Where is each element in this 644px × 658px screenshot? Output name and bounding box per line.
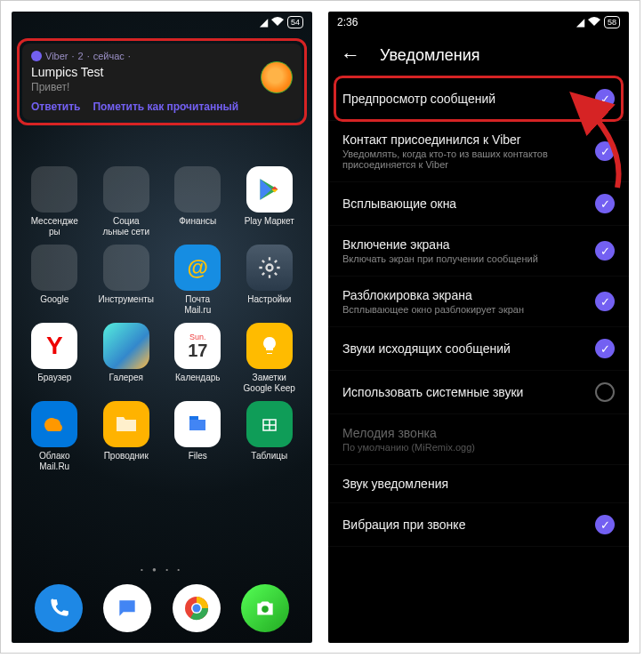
setting-row: Мелодия звонкаПо умолчанию (MiRemix.ogg) (328, 414, 629, 465)
app-grid: Мессендже ры Социа льные сети Финансы Pl… (12, 131, 312, 472)
folder-finance[interactable]: Финансы (164, 166, 232, 237)
dock-camera[interactable] (241, 584, 289, 632)
checkbox-on-icon[interactable]: ✓ (595, 194, 615, 213)
dock-chrome[interactable] (173, 584, 221, 632)
checkbox-on-icon[interactable]: ✓ (595, 292, 615, 311)
notification-card[interactable]: Viber · 2 · сейчас · Lumpics Test Привет… (22, 44, 302, 120)
setting-label: Использовать системные звуки (342, 385, 588, 399)
dock-phone[interactable] (35, 584, 83, 632)
app-explorer[interactable]: Проводник (93, 401, 161, 472)
setting-label: Вибрация при звонке (342, 518, 588, 532)
signal-icon: ◢ (260, 16, 268, 28)
battery-indicator: 54 (287, 16, 303, 28)
app-mailru[interactable]: @ Почта Mail.ru (164, 245, 232, 316)
back-button[interactable]: ← (341, 44, 360, 67)
setting-label: Включение экрана (342, 237, 588, 252)
page-indicator: • ● • • (12, 566, 312, 574)
app-google-keep[interactable]: Заметки Google Keep (236, 323, 304, 394)
notif-sender: Lumpics Test (31, 65, 293, 79)
setting-subtitle: По умолчанию (MiRemix.ogg) (342, 442, 565, 453)
notif-time: сейчас (93, 51, 125, 61)
settings-screen: 2:36 ◢ 58 ← Уведомления Предпросмотр соо… (328, 12, 629, 643)
setting-row[interactable]: Разблокировка экранаВсплывающее окно раз… (328, 277, 629, 327)
setting-row[interactable]: Контакт присоединился к ViberУведомлять,… (328, 121, 629, 182)
setting-label: Разблокировка экрана (342, 288, 588, 302)
app-sheets[interactable]: Таблицы (236, 401, 304, 472)
wifi-icon (271, 16, 284, 28)
notification-highlight: Viber · 2 · сейчас · Lumpics Test Привет… (17, 38, 307, 125)
setting-label: Мелодия звонка (342, 426, 608, 440)
checkbox-on-icon[interactable]: ✓ (595, 515, 615, 534)
setting-label: Звуки исходящих сообщений (342, 341, 588, 356)
app-files[interactable]: Files (164, 401, 232, 472)
wifi-icon (588, 16, 600, 28)
folder-social[interactable]: Социа льные сети (93, 166, 161, 237)
setting-subtitle: Уведомлять, когда кто-то из ваших контак… (342, 148, 565, 170)
settings-header: ← Уведомления (328, 33, 629, 77)
clock: 2:36 (337, 16, 358, 28)
checkbox-off-icon[interactable] (595, 382, 615, 402)
notif-count: 2 (78, 51, 84, 61)
setting-label: Контакт присоединился к Viber (342, 132, 588, 147)
svg-point-0 (266, 265, 272, 271)
svg-rect-1 (189, 416, 198, 420)
notif-message: Привет! (31, 81, 293, 93)
setting-row[interactable]: Вибрация при звонке✓ (328, 503, 629, 547)
notif-app: Viber (45, 51, 68, 61)
signal-icon: ◢ (576, 16, 584, 28)
dock-messages[interactable] (103, 584, 151, 632)
page-title: Уведомления (380, 46, 480, 65)
app-settings[interactable]: Настройки (236, 245, 304, 316)
checkbox-on-icon[interactable]: ✓ (595, 339, 615, 358)
app-play-market[interactable]: Play Маркет (236, 166, 304, 237)
checkbox-on-icon[interactable]: ✓ (595, 141, 615, 161)
app-cloud-mailru[interactable]: Облако Mail.Ru (20, 401, 89, 472)
checkbox-on-icon[interactable]: ✓ (595, 241, 615, 261)
svg-point-8 (262, 606, 269, 613)
folder-messengers[interactable]: Мессендже ры (20, 166, 89, 237)
mark-read-button[interactable]: Пометить как прочитанный (93, 100, 238, 113)
setting-row[interactable]: Предпросмотр сообщений✓ (328, 77, 629, 121)
setting-label: Звук уведомления (342, 477, 608, 491)
dock (12, 584, 312, 636)
setting-subtitle: Включать экран при получении сообщений (342, 253, 565, 264)
folder-tools[interactable]: Инструменты (93, 245, 161, 316)
checkbox-on-icon[interactable]: ✓ (595, 89, 615, 108)
viber-icon (31, 51, 42, 61)
status-bar: 2:36 ◢ 58 (328, 12, 629, 33)
status-bar: ◢ 54 (12, 12, 312, 33)
app-calendar[interactable]: Sun. 17 Календарь (164, 323, 232, 394)
setting-row[interactable]: Звук уведомления (328, 465, 629, 503)
folder-google[interactable]: Google (20, 245, 89, 316)
battery-indicator: 58 (604, 16, 620, 28)
setting-row[interactable]: Использовать системные звуки (328, 371, 629, 414)
notif-avatar (261, 61, 293, 93)
svg-point-7 (192, 605, 200, 613)
setting-label: Всплывающие окна (342, 197, 588, 211)
app-gallery[interactable]: Галерея (93, 323, 161, 394)
setting-label: Предпросмотр сообщений (342, 92, 588, 106)
reply-button[interactable]: Ответить (31, 100, 80, 113)
app-yandex-browser[interactable]: Y Браузер (20, 323, 89, 394)
home-screen: ◢ 54 Viber · 2 · сейчас · Lumpics Test (12, 12, 312, 643)
setting-subtitle: Всплывающее окно разблокирует экран (342, 304, 565, 315)
setting-row[interactable]: Звуки исходящих сообщений✓ (328, 327, 629, 371)
setting-row[interactable]: Включение экранаВключать экран при получ… (328, 226, 629, 277)
settings-list: Предпросмотр сообщений✓Контакт присоедин… (328, 77, 629, 547)
setting-row[interactable]: Всплывающие окна✓ (328, 182, 629, 226)
